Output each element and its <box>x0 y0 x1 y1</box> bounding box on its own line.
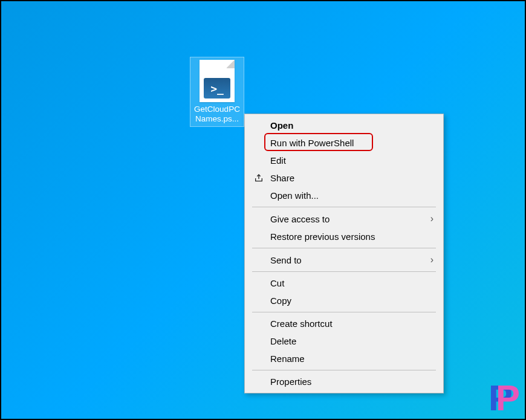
menu-item-run-powershell[interactable]: Run with PowerShell <box>246 134 442 152</box>
chevron-right-icon: › <box>430 254 433 265</box>
file-icon-powershell-script[interactable]: >_ GetCloudPCNames.ps... <box>190 57 244 127</box>
menu-separator <box>252 207 436 207</box>
menu-separator <box>252 312 436 312</box>
chevron-right-icon: › <box>430 213 433 224</box>
menu-item-delete[interactable]: Delete <box>246 332 442 350</box>
menu-item-share[interactable]: Share <box>246 169 442 187</box>
menu-item-rename[interactable]: Rename <box>246 350 442 367</box>
menu-separator <box>252 370 436 370</box>
menu-item-restore-versions[interactable]: Restore previous versions <box>246 228 442 245</box>
menu-item-properties[interactable]: Properties <box>246 373 442 390</box>
menu-item-open[interactable]: Open <box>246 117 442 134</box>
menu-separator <box>252 248 436 248</box>
watermark-logo: PP <box>489 377 520 419</box>
menu-separator <box>252 271 436 272</box>
menu-item-give-access[interactable]: Give access to › <box>246 210 442 228</box>
file-thumbnail: >_ <box>200 60 235 102</box>
menu-item-send-to[interactable]: Send to › <box>246 251 442 269</box>
menu-item-edit[interactable]: Edit <box>246 152 442 169</box>
share-icon <box>253 173 264 184</box>
menu-item-copy[interactable]: Copy <box>246 292 442 309</box>
file-name-label: GetCloudPCNames.ps... <box>193 105 241 124</box>
context-menu: Open Run with PowerShell Edit Share Open… <box>244 114 444 393</box>
desktop[interactable]: >_ GetCloudPCNames.ps... Open Run with P… <box>1 1 525 419</box>
menu-item-cut[interactable]: Cut <box>246 274 442 292</box>
powershell-badge-icon: >_ <box>204 78 230 99</box>
menu-item-open-with[interactable]: Open with... <box>246 187 442 204</box>
menu-item-create-shortcut[interactable]: Create shortcut <box>246 315 442 332</box>
